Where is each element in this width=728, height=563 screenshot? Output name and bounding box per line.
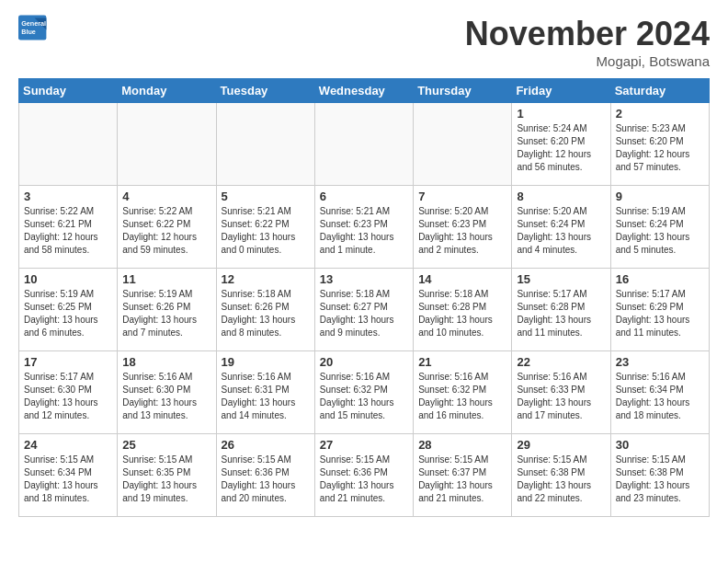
day-number: 7 [418,190,506,203]
day-number: 6 [320,190,408,203]
calendar-day-cell: 23Sunrise: 5:16 AM Sunset: 6:34 PM Dayli… [610,351,709,434]
day-number: 11 [122,272,210,286]
calendar-day-cell: 18Sunrise: 5:16 AM Sunset: 6:30 PM Dayli… [118,351,216,434]
day-info: Sunrise: 5:21 AM Sunset: 6:23 PM Dayligh… [320,205,408,257]
calendar-week-row: 10Sunrise: 5:19 AM Sunset: 6:25 PM Dayli… [19,269,710,351]
day-info: Sunrise: 5:19 AM Sunset: 6:25 PM Dayligh… [24,288,112,339]
calendar-day-cell: 27Sunrise: 5:15 AM Sunset: 6:36 PM Dayli… [314,434,413,517]
calendar-day-cell: 1Sunrise: 5:24 AM Sunset: 6:20 PM Daylig… [512,103,610,186]
day-number: 13 [320,272,408,286]
calendar-day-cell: 2Sunrise: 5:23 AM Sunset: 6:20 PM Daylig… [610,103,709,186]
day-number: 16 [616,272,704,286]
calendar-table: SundayMondayTuesdayWednesdayThursdayFrid… [18,78,710,517]
day-number: 29 [517,438,605,452]
calendar-day-cell: 5Sunrise: 5:21 AM Sunset: 6:22 PM Daylig… [216,186,314,269]
weekday-header: Sunday [19,79,118,103]
svg-text:General: General [21,19,46,28]
calendar-day-cell: 15Sunrise: 5:17 AM Sunset: 6:28 PM Dayli… [512,269,610,351]
weekday-header: Wednesday [314,79,413,103]
day-number: 9 [616,190,704,203]
day-number: 24 [24,438,112,452]
calendar-day-cell: 3Sunrise: 5:22 AM Sunset: 6:21 PM Daylig… [19,186,118,269]
calendar-week-row: 17Sunrise: 5:17 AM Sunset: 6:30 PM Dayli… [19,351,710,434]
day-info: Sunrise: 5:17 AM Sunset: 6:30 PM Dayligh… [24,371,112,422]
day-number: 20 [320,355,408,369]
day-number: 30 [616,438,704,452]
day-info: Sunrise: 5:15 AM Sunset: 6:37 PM Dayligh… [418,454,506,505]
day-number: 15 [517,272,605,286]
title-block: November 2024 Mogapi, Botswana [465,15,710,69]
calendar-day-cell: 9Sunrise: 5:19 AM Sunset: 6:24 PM Daylig… [610,186,709,269]
day-number: 19 [222,355,310,369]
calendar-day-cell: 26Sunrise: 5:15 AM Sunset: 6:36 PM Dayli… [216,434,314,517]
calendar-day-cell: 13Sunrise: 5:18 AM Sunset: 6:27 PM Dayli… [314,269,413,351]
calendar-day-cell: 14Sunrise: 5:18 AM Sunset: 6:28 PM Dayli… [414,269,512,351]
day-info: Sunrise: 5:19 AM Sunset: 6:24 PM Dayligh… [616,205,704,257]
day-number: 18 [122,355,210,369]
day-number: 26 [222,438,310,452]
day-info: Sunrise: 5:15 AM Sunset: 6:38 PM Dayligh… [517,454,605,505]
weekday-header: Thursday [414,79,512,103]
calendar-day-cell: 11Sunrise: 5:19 AM Sunset: 6:26 PM Dayli… [118,269,216,351]
day-info: Sunrise: 5:22 AM Sunset: 6:22 PM Dayligh… [122,205,210,257]
day-info: Sunrise: 5:21 AM Sunset: 6:22 PM Dayligh… [222,205,310,257]
day-info: Sunrise: 5:20 AM Sunset: 6:23 PM Dayligh… [418,205,506,257]
day-info: Sunrise: 5:18 AM Sunset: 6:27 PM Dayligh… [320,288,408,339]
day-info: Sunrise: 5:15 AM Sunset: 6:36 PM Dayligh… [320,454,408,505]
calendar-week-row: 3Sunrise: 5:22 AM Sunset: 6:21 PM Daylig… [19,186,710,269]
day-info: Sunrise: 5:16 AM Sunset: 6:33 PM Dayligh… [517,371,605,422]
month-title: November 2024 [465,15,710,53]
calendar-header-row: SundayMondayTuesdayWednesdayThursdayFrid… [19,79,710,103]
calendar-day-cell: 8Sunrise: 5:20 AM Sunset: 6:24 PM Daylig… [512,186,610,269]
day-info: Sunrise: 5:16 AM Sunset: 6:31 PM Dayligh… [222,371,310,422]
calendar-week-row: 24Sunrise: 5:15 AM Sunset: 6:34 PM Dayli… [19,434,710,517]
day-number: 25 [122,438,210,452]
day-number: 8 [517,190,605,203]
day-number: 2 [616,107,704,121]
day-info: Sunrise: 5:18 AM Sunset: 6:26 PM Dayligh… [222,288,310,339]
location: Mogapi, Botswana [465,53,710,69]
header: General Blue November 2024 Mogapi, Botsw… [18,15,710,69]
calendar-day-cell: 20Sunrise: 5:16 AM Sunset: 6:32 PM Dayli… [314,351,413,434]
day-info: Sunrise: 5:18 AM Sunset: 6:28 PM Dayligh… [418,288,506,339]
calendar-day-cell: 25Sunrise: 5:15 AM Sunset: 6:35 PM Dayli… [118,434,216,517]
weekday-header: Friday [512,79,610,103]
logo-icon: General Blue [18,15,48,40]
calendar-day-cell [216,103,314,186]
calendar-day-cell [19,103,118,186]
weekday-header: Monday [118,79,216,103]
day-info: Sunrise: 5:20 AM Sunset: 6:24 PM Dayligh… [517,205,605,257]
day-info: Sunrise: 5:16 AM Sunset: 6:30 PM Dayligh… [122,371,210,422]
calendar-day-cell: 10Sunrise: 5:19 AM Sunset: 6:25 PM Dayli… [19,269,118,351]
calendar-day-cell: 17Sunrise: 5:17 AM Sunset: 6:30 PM Dayli… [19,351,118,434]
calendar-day-cell [414,103,512,186]
day-number: 10 [24,272,112,286]
day-number: 22 [517,355,605,369]
day-number: 28 [418,438,506,452]
day-number: 14 [418,272,506,286]
day-number: 27 [320,438,408,452]
day-info: Sunrise: 5:15 AM Sunset: 6:34 PM Dayligh… [24,454,112,505]
calendar-day-cell: 16Sunrise: 5:17 AM Sunset: 6:29 PM Dayli… [610,269,709,351]
day-info: Sunrise: 5:15 AM Sunset: 6:36 PM Dayligh… [222,454,310,505]
day-info: Sunrise: 5:22 AM Sunset: 6:21 PM Dayligh… [24,205,112,257]
day-info: Sunrise: 5:16 AM Sunset: 6:32 PM Dayligh… [418,371,506,422]
day-number: 5 [222,190,310,203]
calendar-day-cell [314,103,413,186]
day-number: 12 [222,272,310,286]
page: General Blue November 2024 Mogapi, Botsw… [0,0,728,532]
day-info: Sunrise: 5:24 AM Sunset: 6:20 PM Dayligh… [517,122,605,174]
day-info: Sunrise: 5:16 AM Sunset: 6:34 PM Dayligh… [616,371,704,422]
day-info: Sunrise: 5:19 AM Sunset: 6:26 PM Dayligh… [122,288,210,339]
calendar-day-cell: 7Sunrise: 5:20 AM Sunset: 6:23 PM Daylig… [414,186,512,269]
calendar-day-cell: 28Sunrise: 5:15 AM Sunset: 6:37 PM Dayli… [414,434,512,517]
logo: General Blue [18,15,50,40]
day-number: 1 [517,107,605,121]
calendar-day-cell: 21Sunrise: 5:16 AM Sunset: 6:32 PM Dayli… [414,351,512,434]
day-info: Sunrise: 5:17 AM Sunset: 6:28 PM Dayligh… [517,288,605,339]
calendar-week-row: 1Sunrise: 5:24 AM Sunset: 6:20 PM Daylig… [19,103,710,186]
calendar-day-cell: 22Sunrise: 5:16 AM Sunset: 6:33 PM Dayli… [512,351,610,434]
calendar-day-cell [118,103,216,186]
day-info: Sunrise: 5:15 AM Sunset: 6:38 PM Dayligh… [616,454,704,505]
calendar-day-cell: 6Sunrise: 5:21 AM Sunset: 6:23 PM Daylig… [314,186,413,269]
